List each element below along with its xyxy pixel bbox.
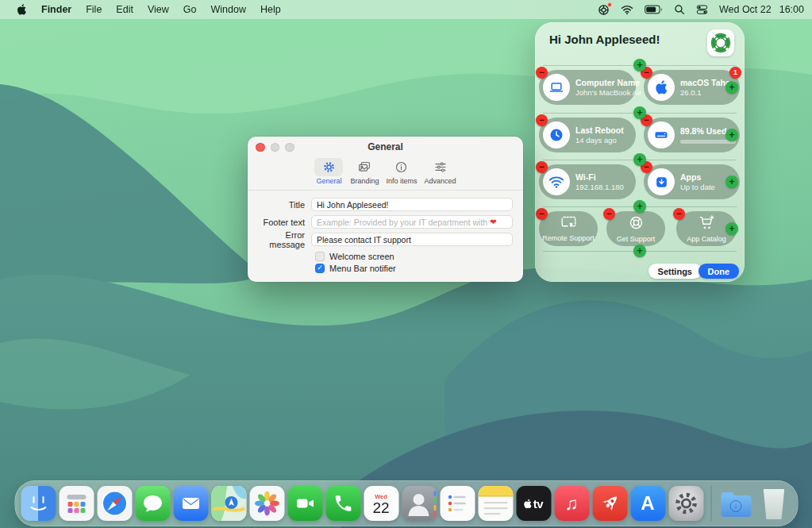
menu-bar-notifier-checkbox[interactable]: ✓ Menu Bar notifier [315, 262, 513, 274]
action-label: Get Support [617, 235, 656, 243]
general-form: Title Footer text Example: Provided by y… [248, 191, 523, 274]
tab-branding[interactable]: Branding [350, 158, 379, 185]
tile-title: Apps [680, 172, 715, 183]
support-panel: Hi John Appleseed! + + + + + + + + + [535, 22, 745, 282]
tab-info-items[interactable]: Info items [386, 158, 417, 185]
menu-view[interactable]: View [140, 4, 176, 15]
app-store-dock-icon[interactable]: A [630, 486, 665, 521]
downloads-folder-dock-icon[interactable]: ↓ [718, 486, 753, 521]
music-dock-icon[interactable]: ♫ [554, 486, 589, 521]
clock-icon [543, 121, 570, 148]
info-circle-icon [387, 158, 416, 176]
remove-item-badge[interactable]: − [536, 114, 548, 126]
tab-label: Advanced [425, 177, 456, 185]
facetime-dock-icon[interactable] [287, 486, 322, 521]
laptop-icon [543, 74, 570, 101]
trash-dock-icon[interactable] [756, 486, 791, 521]
menu-file[interactable]: File [79, 4, 109, 15]
tile-subtitle: 14 days ago [575, 136, 624, 145]
phone-dock-icon[interactable] [325, 486, 360, 521]
checkbox-label: Welcome screen [329, 252, 394, 261]
remove-item-badge[interactable]: − [536, 161, 548, 173]
settings-button[interactable]: Settings [648, 264, 702, 279]
launchpad-dock-icon[interactable] [59, 486, 94, 521]
add-item-button[interactable]: + [633, 59, 646, 71]
zoom-button[interactable] [285, 143, 294, 152]
wifi-menubar-icon[interactable] [621, 5, 633, 15]
notes-dock-icon[interactable] [478, 486, 513, 521]
info-tile-computer-name[interactable]: − Computer Name John's MacBook Air [539, 70, 636, 105]
error-message-input[interactable] [311, 233, 513, 246]
add-item-button[interactable]: + [725, 222, 738, 235]
clock-date: Wed Oct 22 [719, 4, 772, 15]
footer-text-field-label: Footer text [251, 218, 305, 227]
spotlight-search-icon[interactable] [674, 4, 685, 15]
get-support-button[interactable]: − Get Support [606, 211, 665, 246]
action-label: Remote Support [542, 234, 595, 242]
settings-window: General General [248, 137, 523, 282]
messages-dock-icon[interactable] [135, 486, 170, 521]
mail-dock-icon[interactable] [173, 486, 208, 521]
update-count-badge: 1 [729, 67, 741, 79]
contacts-dock-icon[interactable] [402, 486, 437, 521]
error-message-field-label: Error message [251, 230, 305, 249]
add-item-button[interactable]: + [633, 200, 646, 213]
close-button[interactable] [256, 143, 265, 152]
checkbox-unchecked[interactable] [315, 252, 325, 261]
tv-dock-icon[interactable]: tv [516, 486, 551, 521]
tile-subtitle: 192.168.1.180 [575, 183, 624, 192]
title-input[interactable] [311, 198, 513, 211]
support-menubar-lifebuoy-icon[interactable] [598, 4, 610, 16]
remove-item-badge[interactable]: − [673, 208, 685, 220]
menu-go[interactable]: Go [176, 4, 204, 15]
tab-general[interactable]: General [314, 158, 343, 185]
add-item-button[interactable]: + [725, 81, 738, 94]
checkbox-label: Menu Bar notifier [329, 264, 396, 273]
battery-menubar-icon[interactable] [645, 5, 663, 14]
info-tile-wifi[interactable]: − Wi-Fi 192.168.1.180 [539, 164, 636, 199]
dock: Wed 22 [14, 480, 798, 526]
apple-logo-icon [648, 74, 675, 101]
info-tile-last-reboot[interactable]: − Last Reboot 14 days ago [539, 118, 636, 152]
remove-item-badge[interactable]: − [603, 208, 615, 220]
menu-finder[interactable]: Finder [34, 4, 79, 15]
folder-icon: ↓ [721, 495, 751, 517]
footer-text-input[interactable]: Example: Provided by your IT department … [311, 215, 513, 229]
add-item-button[interactable]: + [633, 245, 646, 257]
maps-dock-icon[interactable] [211, 486, 246, 521]
checkbox-checked[interactable]: ✓ [315, 264, 325, 273]
window-toolbar: General Branding [248, 157, 523, 190]
safari-dock-icon[interactable] [97, 486, 132, 521]
gear-icon [314, 158, 343, 176]
remove-item-badge[interactable]: − [536, 208, 548, 220]
menubar-clock[interactable]: Wed Oct 22 16:00 [719, 4, 804, 15]
menu-window[interactable]: Window [203, 4, 252, 15]
welcome-screen-checkbox[interactable]: Welcome screen [315, 250, 513, 262]
photos-dock-icon[interactable] [249, 486, 284, 521]
calendar-dock-icon[interactable]: Wed 22 [364, 486, 398, 521]
done-button[interactable]: Done [698, 264, 740, 279]
system-settings-dock-icon[interactable] [668, 486, 703, 521]
user-toggles-icon[interactable] [696, 4, 708, 15]
tab-advanced[interactable]: Advanced [425, 158, 456, 185]
wifi-icon [543, 168, 570, 195]
add-item-button[interactable]: + [633, 106, 646, 119]
minimize-button[interactable] [271, 143, 280, 152]
remove-item-badge[interactable]: − [536, 67, 548, 79]
remote-support-button[interactable]: − Remote Support [539, 211, 598, 246]
menu-edit[interactable]: Edit [109, 4, 140, 15]
menu-help[interactable]: Help [253, 4, 288, 15]
menu-bar: Finder File Edit View Go Window Help [0, 0, 812, 19]
rocket-app-dock-icon[interactable] [592, 486, 627, 521]
add-item-button[interactable]: + [633, 153, 646, 166]
add-item-button[interactable]: + [725, 129, 738, 141]
window-titlebar[interactable]: General [248, 137, 523, 157]
calendar-day: 22 [372, 500, 389, 515]
trash-bin-icon [762, 489, 786, 519]
harddrive-icon [648, 121, 675, 148]
sliders-icon [426, 158, 455, 176]
add-item-button[interactable]: + [725, 175, 738, 188]
apple-menu-icon[interactable] [10, 4, 34, 15]
finder-dock-icon[interactable] [21, 486, 56, 521]
reminders-dock-icon[interactable] [440, 486, 475, 521]
